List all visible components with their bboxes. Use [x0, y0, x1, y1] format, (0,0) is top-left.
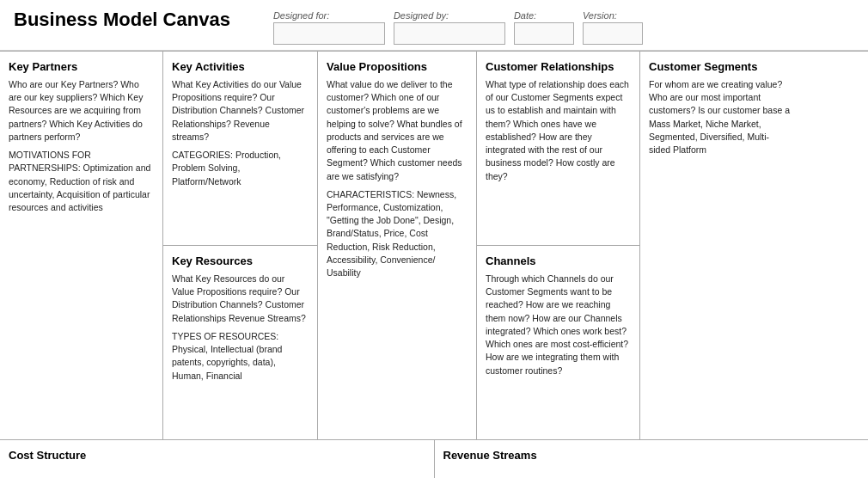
cr-ch-container: Customer Relationships What type of rela…	[477, 52, 640, 439]
key-activities-body: What Key Activities do our Value Proposi…	[172, 78, 309, 188]
canvas-top: Key Partners Who are our Key Partners? W…	[0, 52, 868, 440]
key-resources-text2: TYPES OF RESOURCES: Physical, Intellectu…	[172, 330, 309, 383]
value-propositions-section: Value Propositions What value do we deli…	[318, 52, 477, 439]
designed-by-label: Designed by:	[394, 10, 505, 21]
key-partners-section: Key Partners Who are our Key Partners? W…	[0, 52, 163, 439]
channels-body: Through which Channels do our Customer S…	[486, 273, 631, 377]
key-resources-heading: Key Resources	[172, 254, 309, 267]
ka-kr-container: Key Activities What Key Activities do ou…	[163, 52, 318, 439]
version-field: Version:	[583, 10, 643, 45]
value-propositions-text1: What value do we deliver to the customer…	[327, 78, 468, 183]
value-propositions-heading: Value Propositions	[327, 60, 468, 73]
customer-segments-text1: For whom are we creating value? Who are …	[649, 78, 791, 156]
key-activities-text2: CATEGORIES: Production, Problem Solving,…	[172, 149, 309, 188]
customer-segments-section: Customer Segments For whom are we creati…	[640, 52, 799, 439]
version-label: Version:	[583, 10, 643, 21]
designed-for-input[interactable]	[273, 22, 385, 45]
meta-fields: Designed for: Designed by: Date: Version…	[273, 9, 854, 45]
cost-structure-section: Cost Structure	[0, 440, 435, 478]
cost-structure-heading: Cost Structure	[9, 449, 86, 462]
page: Business Model Canvas Designed for: Desi…	[0, 0, 868, 478]
designed-by-field: Designed by:	[394, 10, 505, 45]
customer-segments-body: For whom are we creating value? Who are …	[649, 78, 791, 156]
date-field: Date:	[514, 10, 574, 45]
key-activities-section: Key Activities What Key Activities do ou…	[163, 52, 317, 246]
value-propositions-text2: CHARACTERISTICS: Newness, Performance, C…	[327, 188, 468, 280]
channels-heading: Channels	[486, 254, 631, 267]
key-partners-text2: MOTIVATIONS FOR PARTNERSHIPS: Optimizati…	[9, 149, 154, 214]
channels-section: Channels Through which Channels do our C…	[477, 246, 639, 439]
designed-for-field: Designed for:	[273, 10, 385, 45]
date-label: Date:	[514, 10, 574, 21]
canvas-grid: Key Partners Who are our Key Partners? W…	[0, 51, 868, 478]
key-partners-body: Who are our Key Partners? Who are our ke…	[9, 78, 154, 214]
key-resources-section: Key Resources What Key Resources do our …	[163, 246, 317, 439]
title-block: Business Model Canvas	[14, 9, 230, 31]
key-activities-heading: Key Activities	[172, 60, 309, 73]
designed-by-input[interactable]	[394, 22, 505, 45]
version-input[interactable]	[583, 22, 643, 45]
key-resources-body: What Key Resources do our Value Proposit…	[172, 273, 309, 383]
customer-relationships-body: What type of relationship does each of o…	[486, 78, 631, 183]
revenue-streams-section: Revenue Streams	[435, 440, 869, 478]
key-activities-text1: What Key Activities do our Value Proposi…	[172, 78, 309, 144]
canvas-bottom: Cost Structure Revenue Streams	[0, 440, 868, 478]
date-input[interactable]	[514, 22, 574, 45]
header: Business Model Canvas Designed for: Desi…	[0, 0, 868, 51]
customer-segments-heading: Customer Segments	[649, 60, 791, 73]
customer-relationships-heading: Customer Relationships	[486, 60, 631, 73]
customer-relationships-text1: What type of relationship does each of o…	[486, 78, 631, 183]
customer-relationships-section: Customer Relationships What type of rela…	[477, 52, 639, 246]
key-partners-text1: Who are our Key Partners? Who are our ke…	[9, 78, 154, 144]
value-propositions-body: What value do we deliver to the customer…	[327, 78, 468, 279]
designed-for-label: Designed for:	[273, 10, 385, 21]
page-title: Business Model Canvas	[14, 9, 230, 31]
revenue-streams-heading: Revenue Streams	[443, 449, 537, 462]
key-partners-heading: Key Partners	[9, 60, 154, 73]
channels-text1: Through which Channels do our Customer S…	[486, 273, 631, 377]
key-resources-text1: What Key Resources do our Value Proposit…	[172, 273, 309, 325]
